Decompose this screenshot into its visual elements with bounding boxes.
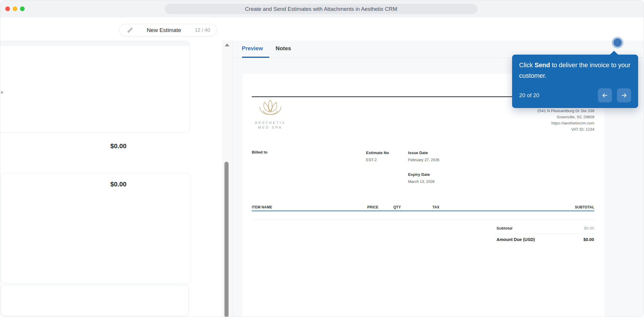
form-card-header [0, 41, 190, 46]
estimate-no-label: Estimate No [366, 151, 389, 155]
form-card-attachments [1, 285, 189, 316]
subtotal-value: $0.00 [584, 226, 594, 230]
col-header-item-name: ITEM NAME [252, 205, 272, 209]
tooltip-next-button[interactable] [617, 88, 631, 102]
subtotal-label: Subtotal [497, 226, 512, 230]
close-window-button[interactable] [5, 6, 10, 11]
pencil-icon [127, 27, 133, 33]
left-panel-scrollbar[interactable] [223, 41, 233, 317]
tooltip-text: Click Send to deliver the invoice to you… [519, 60, 631, 81]
issue-date-label: Issue Date [408, 151, 428, 155]
company-address-line: 2541 N Pleasantburg Dr Ste 338 [537, 108, 594, 114]
tooltip-step-counter: 20 of 20 [519, 92, 539, 99]
onboarding-tooltip: Click Send to deliver the invoice to you… [512, 55, 638, 108]
tab-preview[interactable]: Preview [242, 45, 263, 52]
scrollbar-up-arrow-icon[interactable] [225, 43, 229, 46]
lotus-logo-icon [256, 98, 284, 119]
estimate-name-value: New Estimate [133, 27, 195, 33]
issue-date-block: Issue Date February 27, 2026 [408, 150, 439, 162]
logo-text-line1: AESTHETIX [251, 120, 289, 125]
empty-row-divider [252, 220, 594, 220]
company-address-line: VAT ID: 1234 [537, 126, 594, 132]
col-header-price: PRICE [367, 205, 378, 209]
amount-due-value: $0.00 [583, 237, 594, 242]
active-tab-underline [242, 57, 269, 58]
billed-to-label: Billed to [252, 150, 267, 154]
arrow-right-icon [620, 92, 628, 99]
form-total-value-1: $0.00 [30, 142, 207, 150]
toolbar: New Estimate 12 / 40 Save Send [0, 17, 644, 41]
tooltip-prev-button[interactable] [598, 88, 612, 102]
company-address-line: Greenville, SC 29609 [537, 114, 594, 120]
col-header-qty: QTY [393, 205, 401, 209]
expiry-date-value: March 13, 2026 [408, 179, 435, 184]
col-header-subtotal: SUBTOTAL [575, 205, 594, 209]
scrollbar-thumb[interactable] [224, 162, 229, 317]
tooltip-text-prefix: Click [519, 62, 535, 69]
send-button-pulse-highlight [612, 37, 623, 48]
titlebar: Create and Send Estimates with Attachmen… [0, 0, 644, 18]
logo-text-line2: MED SPA [251, 125, 289, 130]
zoom-window-button[interactable] [20, 6, 25, 11]
tooltip-caret [610, 51, 618, 55]
company-address-line: https://aesthetixcrm.com [537, 120, 594, 126]
estimate-number-block: Estimate No EST-2 [366, 150, 389, 162]
tab-notes[interactable]: Notes [276, 45, 291, 52]
expiry-date-label: Expiry Date [408, 172, 430, 177]
form-total-value-2: $0.00 [30, 181, 207, 188]
expiry-date-block: Expiry Date March 13, 2026 [408, 172, 435, 184]
form-card-summary [1, 173, 191, 283]
estimate-form-panel: e $0.00 $0.00 [0, 41, 233, 317]
char-counter: 12 / 40 [195, 27, 210, 33]
company-address: 2541 N Pleasantburg Dr Ste 338 Greenvill… [537, 108, 594, 132]
minimize-window-button[interactable] [13, 6, 17, 11]
invoice-preview-sheet: AESTHETIX MED SPA 2541 N Pleasantburg Dr… [242, 74, 604, 317]
estimate-name-field[interactable]: New Estimate 12 / 40 [119, 24, 217, 36]
col-header-tax: TAX [432, 205, 440, 209]
tooltip-footer: 20 of 20 [519, 88, 631, 102]
company-logo: AESTHETIX MED SPA [251, 98, 289, 130]
pulse-dot [613, 38, 622, 47]
estimate-no-value: EST-2 [366, 158, 389, 162]
arrow-left-icon [601, 92, 608, 99]
issue-date-value: February 27, 2026 [408, 158, 439, 162]
amount-due-label: Amount Due (USD) [497, 237, 535, 242]
form-card-items [0, 41, 190, 133]
window-title: Create and Send Estimates with Attachmen… [165, 4, 477, 14]
tooltip-text-bold: Send [535, 62, 550, 69]
table-header-rule [252, 210, 594, 211]
totals-divider [494, 234, 594, 234]
app-window: Create and Send Estimates with Attachmen… [0, 0, 644, 317]
cutoff-field-label: e [1, 90, 3, 95]
